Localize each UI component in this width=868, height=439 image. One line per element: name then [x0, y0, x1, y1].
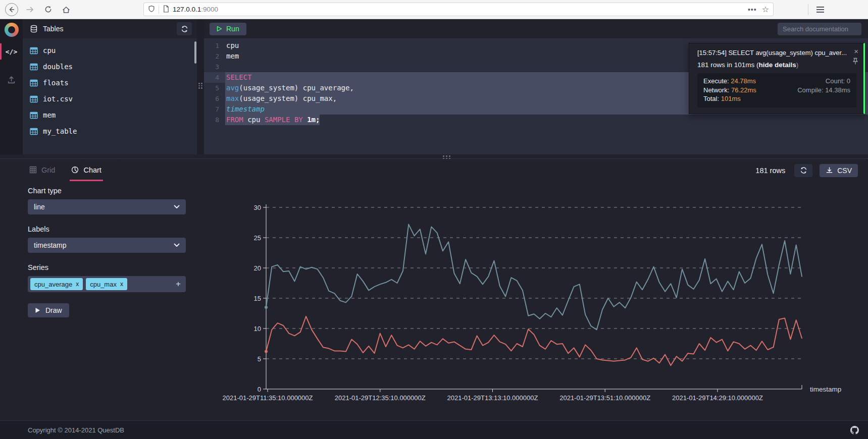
svg-text:30: 30 — [254, 204, 261, 211]
table-row[interactable]: mem — [23, 107, 197, 123]
table-icon — [30, 128, 38, 135]
back-icon[interactable] — [5, 3, 18, 16]
remove-chip-icon[interactable]: x — [76, 281, 79, 288]
forward-icon[interactable] — [23, 3, 36, 16]
svg-text:20: 20 — [254, 264, 261, 272]
chevron-down-icon — [174, 205, 180, 209]
svg-text:10: 10 — [254, 325, 261, 333]
network-time: 76.22ms — [731, 86, 756, 94]
editor-results-divider[interactable] — [0, 154, 868, 158]
series-chip-label: cpu_max — [90, 281, 117, 288]
svg-text:5: 5 — [258, 355, 261, 363]
tables-refresh-button[interactable] — [177, 22, 192, 35]
download-icon — [826, 167, 833, 174]
count-value: 0 — [847, 77, 850, 85]
table-row[interactable]: floats — [23, 75, 197, 91]
table-icon — [30, 63, 38, 71]
notification-title: [15:57:54] SELECT avg(usage_system) cpu_… — [697, 49, 856, 57]
pin-icon[interactable] — [852, 58, 858, 67]
table-name: floats — [43, 79, 69, 87]
line-number: 1 — [204, 40, 225, 51]
labels-select[interactable]: timestamp — [28, 238, 186, 253]
results-refresh-button[interactable] — [794, 164, 812, 177]
page-icon[interactable] — [163, 5, 169, 14]
scrollbar-thumb[interactable] — [194, 41, 196, 64]
remove-chip-icon[interactable]: x — [120, 281, 123, 288]
tables-list: cpudoublesfloatsiot.csvmemmy_table — [23, 38, 197, 139]
line-number: 4 — [204, 72, 225, 83]
labels-label: Labels — [28, 225, 186, 233]
series-chip[interactable]: cpu_averagex — [30, 278, 83, 290]
url-text: 127.0.0.1:9000 — [173, 6, 744, 13]
play-icon — [35, 307, 40, 313]
table-name: iot.csv — [43, 95, 73, 103]
table-icon — [30, 112, 38, 119]
reload-icon[interactable] — [41, 3, 55, 16]
query-notification-popup: [15:57:54] SELECT avg(usage_system) cpu_… — [689, 43, 865, 114]
rows-count: 181 rows — [755, 167, 785, 175]
table-row[interactable]: doubles — [23, 59, 197, 75]
line-number: 2 — [204, 51, 225, 62]
svg-text:2021-01-29T13:13:10.000000Z: 2021-01-29T13:13:10.000000Z — [447, 394, 538, 402]
toolbar-separator — [808, 4, 808, 15]
svg-text:25: 25 — [254, 234, 261, 242]
code-line[interactable]: 8FROM cpu SAMPLE BY 1m; — [204, 115, 868, 125]
total-time: 101ms — [721, 95, 741, 102]
table-icon — [30, 79, 38, 87]
add-series-icon[interactable]: + — [176, 279, 181, 289]
chart-controls: Chart type line Labels timestamp Series … — [28, 187, 186, 317]
table-row[interactable]: iot.csv — [23, 91, 197, 107]
grid-icon — [29, 166, 37, 174]
line-number: 7 — [204, 104, 225, 115]
footer: Copyright © 2014-2021 QuestDB — [0, 420, 868, 439]
table-name: mem — [43, 111, 56, 119]
series-label: Series — [28, 263, 186, 271]
refresh-icon — [181, 25, 188, 33]
bookmark-star-icon[interactable]: ☆ — [762, 5, 769, 14]
svg-text:2021-01-29T14:29:10.000000Z: 2021-01-29T14:29:10.000000Z — [672, 394, 763, 402]
series-cpu_average — [266, 316, 802, 365]
chart-type-select[interactable]: line — [28, 199, 186, 214]
code-icon: </> — [6, 48, 17, 56]
github-icon[interactable] — [850, 426, 859, 434]
csv-download-button[interactable]: CSV — [820, 164, 858, 177]
tab-grid[interactable]: Grid — [28, 160, 57, 181]
play-icon — [217, 26, 222, 32]
rail-item-console[interactable]: </> — [0, 40, 23, 63]
upload-icon — [7, 76, 16, 84]
tab-chart[interactable]: Chart — [70, 160, 103, 181]
draw-button[interactable]: Draw — [28, 303, 69, 317]
shield-icon[interactable] — [148, 5, 155, 14]
url-bar[interactable]: 127.0.0.1:9000 ••• ☆ — [143, 3, 774, 16]
code-text: cpu — [225, 40, 239, 51]
table-icon — [30, 47, 38, 54]
code-text — [225, 62, 226, 72]
chevron-down-icon — [174, 243, 180, 247]
results-section: Grid Chart 181 rows CSV 0510152025302021… — [0, 158, 868, 420]
pie-chart-icon — [71, 166, 79, 174]
tables-title: Tables — [43, 25, 63, 33]
url-divider — [159, 6, 159, 14]
browser-toolbar: 127.0.0.1:9000 ••• ☆ — [0, 0, 868, 19]
rail-item-import[interactable] — [0, 69, 23, 91]
execute-time: 24.78ms — [731, 77, 756, 85]
notification-details: Execute: 24.78ms Network: 76.22ms Total:… — [697, 73, 856, 107]
questdb-logo[interactable] — [0, 19, 23, 40]
line-number: 6 — [204, 93, 225, 104]
search-documentation-input[interactable] — [778, 23, 861, 35]
series-cpu_max — [266, 225, 802, 330]
browser-menu-icon[interactable] — [816, 7, 824, 13]
series-chip[interactable]: cpu_maxx — [86, 278, 127, 290]
drag-dots-icon — [443, 155, 451, 159]
panel-resize-handle[interactable] — [197, 19, 204, 154]
table-row[interactable]: my_table — [23, 123, 197, 139]
hide-details-link[interactable]: hide details — [759, 61, 796, 69]
database-icon — [30, 25, 38, 33]
table-row[interactable]: cpu — [23, 42, 197, 59]
close-icon[interactable]: × — [854, 47, 858, 55]
page-actions-icon[interactable]: ••• — [748, 6, 757, 14]
drag-dots-icon — [198, 83, 202, 89]
run-button[interactable]: Run — [210, 23, 246, 35]
home-icon[interactable] — [60, 3, 73, 16]
tables-panel: Tables cpudoublesfloatsiot.csvmemmy_tabl… — [23, 19, 197, 154]
